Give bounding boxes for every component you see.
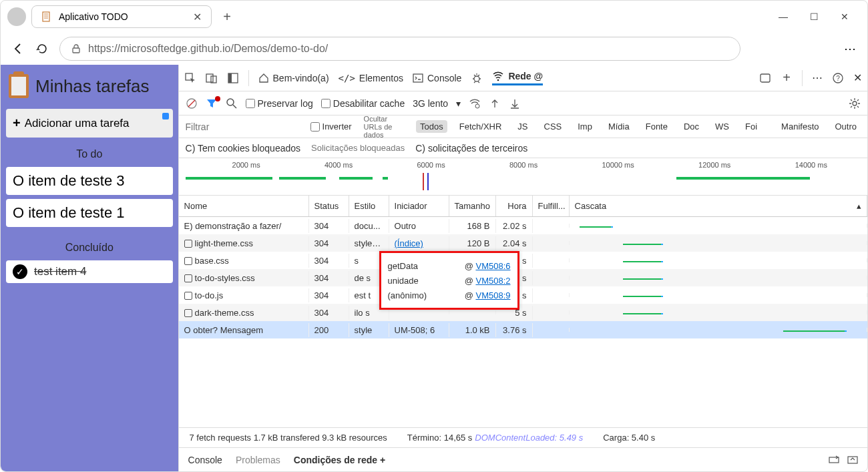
col-type[interactable]: Estilo	[349, 196, 389, 216]
filter-font[interactable]: Fonte	[642, 120, 672, 133]
disable-cache-checkbox[interactable]: Desabilitar cache	[321, 98, 405, 109]
filter-fetch[interactable]: Fetch/XHR	[455, 120, 506, 133]
source-link[interactable]: VM508:6	[475, 261, 510, 271]
third-party-label[interactable]: C) solicitações de terceiros	[415, 143, 527, 154]
network-row[interactable]: light-theme.css304styles...(Índice)120 B…	[179, 234, 867, 252]
filter-manifest[interactable]: Manifesto	[777, 120, 823, 133]
tab-network[interactable]: Rede @	[492, 70, 543, 85]
svg-rect-6	[228, 73, 232, 83]
stack-frame: (anônimo)@ VM508:9	[388, 288, 511, 302]
add-panel-icon[interactable]: +	[781, 72, 793, 84]
address-bar[interactable]: https://microsoftedge.github.io/Demos/de…	[59, 37, 740, 61]
profile-avatar[interactable]	[7, 7, 26, 26]
filter-doc[interactable]: Doc	[680, 120, 703, 133]
filter-ws[interactable]: WS	[711, 120, 733, 133]
invert-checkbox[interactable]: Inverter	[310, 122, 352, 132]
svg-point-17	[853, 101, 857, 105]
svg-line-14	[188, 100, 195, 107]
close-devtools-icon[interactable]: ✕	[853, 71, 862, 84]
url-text: https://microsoftedge.github.io/Demos/de…	[88, 43, 328, 55]
blocked-cookies-label[interactable]: C) Tem cookies bloqueados	[186, 143, 301, 154]
source-link[interactable]: VM508:2	[475, 276, 510, 286]
initiator-tooltip: getData@ VM508:6unidade@ VM508:2(anônimo…	[379, 251, 519, 310]
network-status-bar: 7 fetch requests 1.7 kB transfered 9.3 k…	[179, 427, 867, 447]
load-time: Carga: 5.40 s	[603, 433, 655, 443]
blocked-requests-label[interactable]: Solicitações bloqueadas	[311, 143, 405, 153]
help-icon[interactable]: ?	[832, 72, 844, 84]
filter-img[interactable]: Imp	[574, 120, 596, 133]
preserve-log-checkbox[interactable]: Preservar log	[246, 98, 313, 109]
done-item[interactable]: ✓test item 4	[6, 260, 173, 283]
panel-icon[interactable]	[759, 72, 771, 84]
refresh-button[interactable]	[35, 42, 49, 55]
todo-item[interactable]: O item de teste 1	[6, 199, 173, 227]
todo-app: Minhas tarefas + Adicionar uma tarefa To…	[1, 65, 178, 471]
throttle-select[interactable]: 3G lento	[413, 98, 448, 109]
filter-icon[interactable]	[206, 97, 218, 109]
download-icon[interactable]	[509, 97, 521, 109]
filter-all[interactable]: Todos	[416, 120, 447, 133]
drawer-console[interactable]: Console	[188, 455, 222, 465]
add-task-button[interactable]: + Adicionar uma tarefa	[6, 109, 173, 138]
request-summary: 7 fetch requests 1.7 kB transfered 9.3 k…	[190, 433, 387, 443]
network-row[interactable]: to-do-styles.css304de s3 s	[179, 269, 867, 286]
network-row[interactable]: O obter? Mensagem200styleUM-508; 61.0 kB…	[179, 321, 867, 338]
window-maximize-icon[interactable]: ☐	[805, 11, 823, 22]
timeline-tick: 12000 ms	[698, 161, 730, 169]
col-time[interactable]: Hora	[496, 196, 533, 216]
more-icon[interactable]: ⋯	[812, 71, 823, 84]
svg-rect-3	[206, 74, 213, 82]
network-timeline[interactable]: 2000 ms4000 ms6000 ms8000 ms10000 ms1200…	[179, 158, 867, 196]
drawer-problems[interactable]: Problemas	[236, 455, 280, 465]
settings-gear-icon[interactable]	[849, 97, 861, 109]
timeline-tick: 14000 ms	[795, 161, 827, 169]
clipboard-icon	[9, 74, 29, 98]
col-waterfall[interactable]: Cascata▴	[570, 196, 867, 216]
search-icon[interactable]	[226, 97, 238, 109]
browser-tab[interactable]: Aplicativo TODO ✕	[31, 5, 212, 28]
page-icon	[41, 11, 52, 22]
filter-css[interactable]: CSS	[540, 120, 566, 133]
filter-other[interactable]: Outro	[831, 120, 861, 133]
col-size[interactable]: Tamanho	[449, 196, 496, 216]
drawer-network-conditions[interactable]: Condições de rede +	[294, 455, 385, 465]
network-row[interactable]: base.css304s5 s	[179, 252, 867, 269]
filter-input[interactable]	[186, 122, 302, 132]
filter-media[interactable]: Mídia	[604, 120, 634, 133]
upload-icon[interactable]	[489, 97, 501, 109]
device-icon[interactable]	[206, 72, 218, 84]
inspect-icon[interactable]	[184, 72, 196, 84]
new-tab-button[interactable]: +	[217, 7, 237, 27]
tab-welcome[interactable]: Bem-vindo(a)	[258, 73, 329, 83]
source-link[interactable]: VM508:9	[475, 290, 510, 300]
col-status[interactable]: Status	[309, 196, 349, 216]
bug-icon[interactable]	[471, 72, 483, 84]
stop-record-icon[interactable]	[186, 97, 198, 109]
filter-foi[interactable]: Foi	[741, 120, 761, 133]
throttle-dropdown-icon[interactable]: ▾	[456, 98, 461, 109]
wifi-settings-icon[interactable]	[469, 97, 481, 109]
tab-elements[interactable]: </>Elementos	[339, 73, 403, 83]
timeline-tick: 6000 ms	[417, 161, 445, 169]
col-name[interactable]: Nome	[179, 196, 309, 216]
tab-console[interactable]: Console	[413, 73, 461, 83]
dock-icon[interactable]	[227, 72, 239, 84]
network-row[interactable]: E) demonstração a fazer/304docu...Outro1…	[179, 217, 867, 234]
network-row[interactable]: dark-theme.css304ilo s5 s	[179, 304, 867, 321]
back-button[interactable]	[11, 42, 25, 55]
window-close-icon[interactable]: ✕	[835, 11, 854, 22]
todo-section-label: To do	[6, 142, 173, 163]
col-fulfill[interactable]: Fulfill...	[533, 196, 570, 216]
browser-menu-icon[interactable]: ⋯	[844, 41, 857, 56]
filter-js[interactable]: JS	[513, 120, 531, 133]
hide-data-urls[interactable]: Ocultar URLs de dados	[360, 113, 408, 140]
network-row[interactable]: to-do.js304est t0 s	[179, 286, 867, 304]
tab-close-icon[interactable]: ✕	[193, 11, 202, 23]
drawer-icon-1[interactable]	[829, 455, 839, 465]
svg-point-16	[475, 104, 479, 108]
drawer-icon-2[interactable]	[847, 455, 858, 465]
svg-point-15	[227, 99, 234, 105]
window-minimize-icon[interactable]: —	[774, 11, 793, 22]
col-initiator[interactable]: Iniciador	[389, 196, 449, 216]
todo-item[interactable]: O item de teste 3	[6, 167, 173, 195]
